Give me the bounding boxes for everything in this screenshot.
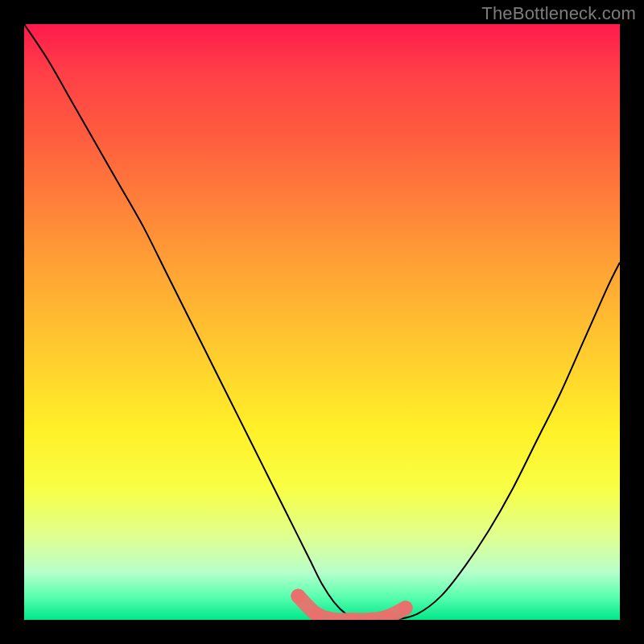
optimal-dot [398, 601, 413, 615]
optimal-dot [291, 588, 305, 603]
watermark-text: TheBottleneck.com [481, 3, 636, 24]
bottleneck-curve [24, 24, 620, 620]
optimal-range-dots [291, 588, 412, 620]
bottleneck-curve-svg [24, 24, 620, 620]
chart-frame: TheBottleneck.com [0, 0, 644, 644]
plot-area [24, 24, 620, 620]
bottleneck-curve-path [24, 24, 620, 620]
